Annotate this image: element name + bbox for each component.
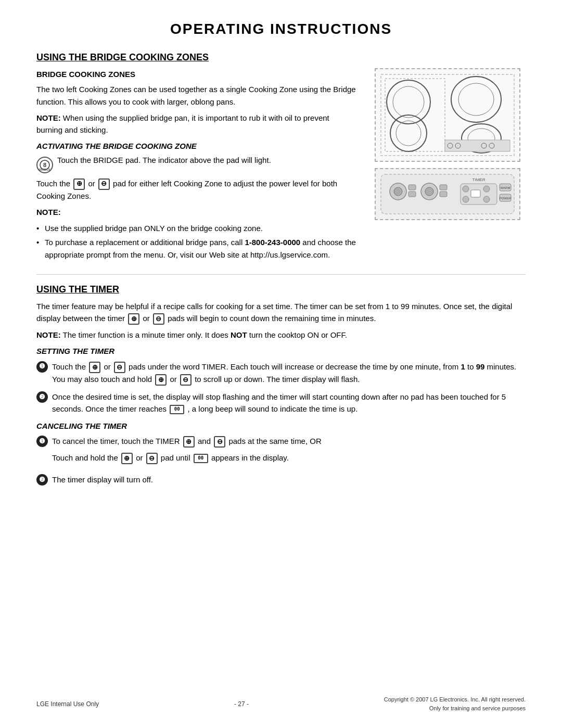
- touch-text-row: Touch the ⊕ or ⊖ pad for either left Coo…: [36, 177, 357, 202]
- footer-left: LGE Internal Use Only: [36, 700, 99, 708]
- cancel-2-circle: ❷: [36, 474, 48, 486]
- svg-text:TIMER: TIMER: [472, 177, 486, 182]
- bridge-note1: NOTE: When using the supplied bridge pan…: [36, 112, 357, 136]
- timer-item-1: ❶ Touch the ⊕ or ⊖ pads under the word T…: [36, 361, 526, 386]
- step1-plus2-icon: ⊕: [155, 374, 167, 386]
- step-2-text: Once the desired time is set, the displa…: [52, 391, 526, 415]
- bridge-section: USING THE BRIDGE COOKING ZONES BRIDGE CO…: [36, 52, 526, 265]
- svg-point-24: [425, 187, 433, 196]
- svg-rect-26: [440, 191, 447, 197]
- cooktop-diagram: [375, 68, 520, 162]
- step1-minus-icon: ⊖: [114, 362, 125, 373]
- svg-text:8: 8: [43, 162, 46, 168]
- svg-point-29: [463, 186, 469, 192]
- step-1-text: Touch the ⊕ or ⊖ pads under the word TIM…: [52, 361, 526, 386]
- footer-center: - 27 -: [234, 700, 249, 708]
- svg-point-32: [483, 186, 490, 192]
- svg-rect-22: [408, 191, 416, 197]
- bridge-section-heading: USING THE BRIDGE COOKING ZONES: [36, 52, 526, 63]
- cancel1b-plus-icon: ⊕: [121, 453, 133, 464]
- activating-text: Touch the BRIDGE pad. The indicator abov…: [57, 156, 271, 164]
- control-panel-diagram: TIMER WARM POWER: [375, 168, 520, 220]
- svg-point-33: [483, 196, 490, 202]
- bridge-col-left: BRIDGE COOKING ZONES The two left Cookin…: [36, 68, 357, 265]
- page: OPERATING INSTRUCTIONS USING THE BRIDGE …: [0, 0, 562, 728]
- cancel-1-text: To cancel the timer, touch the TIMER ⊕ a…: [52, 435, 526, 468]
- svg-rect-21: [408, 185, 416, 190]
- footer-right: Copyright © 2007 LG Electronics. Inc. Al…: [384, 695, 526, 712]
- cooktop-svg: [380, 73, 515, 157]
- svg-text:WARM: WARM: [501, 186, 510, 189]
- step1-minus2-icon: ⊖: [180, 374, 191, 386]
- svg-point-30: [463, 196, 469, 202]
- footer-right-line2: Only for training and service purposes: [384, 704, 526, 713]
- control-panel-svg: TIMER WARM POWER: [380, 173, 515, 215]
- touch-text: Touch the: [36, 179, 70, 188]
- activating-row: 8 BRIDGE Touch the BRIDGE pad. The indic…: [36, 156, 357, 173]
- svg-rect-31: [471, 190, 480, 197]
- activating-heading: ACTIVATING THE BRIDGE COOKING ZONE: [36, 140, 357, 152]
- timer-plus-icon: ⊕: [128, 313, 139, 325]
- bridge-two-col: BRIDGE COOKING ZONES The two left Cookin…: [36, 68, 526, 265]
- bridge-pad-icon: 8 BRIDGE: [36, 157, 53, 173]
- timer-minus-icon: ⊖: [153, 313, 164, 325]
- timer-body1: The timer feature may be helpful if a re…: [36, 300, 526, 325]
- timer-note: NOTE: The timer function is a minute tim…: [36, 329, 526, 341]
- cancel-plus-icon: ⊕: [183, 436, 195, 448]
- step-1-circle: ❶: [36, 361, 48, 373]
- minus-icon: ⊖: [98, 178, 110, 190]
- svg-rect-13: [445, 140, 510, 151]
- timer-item-2: ❷ Once the desired time is set, the disp…: [36, 391, 526, 415]
- bridge-note1-label: NOTE:: [36, 113, 61, 122]
- step1-plus-icon: ⊕: [89, 362, 100, 373]
- timer-display-icon: 00: [170, 405, 184, 414]
- timer-section-heading: USING THE TIMER: [36, 284, 526, 295]
- cancel-item-2: ❷ The timer display will turn off.: [36, 474, 526, 486]
- cancel1b-minus-icon: ⊖: [146, 453, 158, 464]
- cancel-2-text: The timer display will turn off.: [52, 474, 526, 486]
- page-footer: LGE Internal Use Only - 27 - Copyright ©…: [0, 695, 562, 712]
- svg-text:POWER: POWER: [500, 197, 512, 200]
- svg-point-20: [394, 187, 402, 196]
- bridge-note1-text: When using the supplied bridge pan, it i…: [36, 113, 329, 134]
- svg-text:BRIDGE: BRIDGE: [39, 168, 50, 171]
- cancel-minus-icon: ⊖: [214, 436, 225, 448]
- bullet-item-1: Use the supplied bridge pan ONLY on the …: [36, 222, 357, 234]
- bridge-bullets: Use the supplied bridge pan ONLY on the …: [36, 222, 357, 261]
- section-divider: [36, 274, 526, 275]
- plus-icon: ⊕: [73, 178, 85, 190]
- page-title: OPERATING INSTRUCTIONS: [36, 21, 526, 37]
- bullet-item-2: To purchase a replacement or additional …: [36, 236, 357, 261]
- note2-label: NOTE:: [36, 206, 357, 218]
- canceling-heading: CANCELING THE TIMER: [36, 420, 526, 432]
- bridge-col-right: TIMER WARM POWER: [369, 68, 526, 265]
- footer-right-line1: Copyright © 2007 LG Electronics. Inc. Al…: [384, 695, 526, 704]
- bridge-body1: The two left Cooking Zones can be used t…: [36, 83, 357, 108]
- cancel-display-icon: 00: [194, 454, 208, 463]
- cancel-item-1: ❶ To cancel the timer, touch the TIMER ⊕…: [36, 435, 526, 468]
- bridge-subheading: BRIDGE COOKING ZONES: [36, 68, 357, 80]
- svg-rect-25: [440, 185, 447, 190]
- timer-section: USING THE TIMER The timer feature may be…: [36, 284, 526, 486]
- step-2-circle: ❷: [36, 391, 48, 403]
- setting-heading: SETTING THE TIMER: [36, 345, 526, 357]
- touch-or: or: [88, 179, 95, 188]
- cancel-1-circle: ❶: [36, 436, 48, 447]
